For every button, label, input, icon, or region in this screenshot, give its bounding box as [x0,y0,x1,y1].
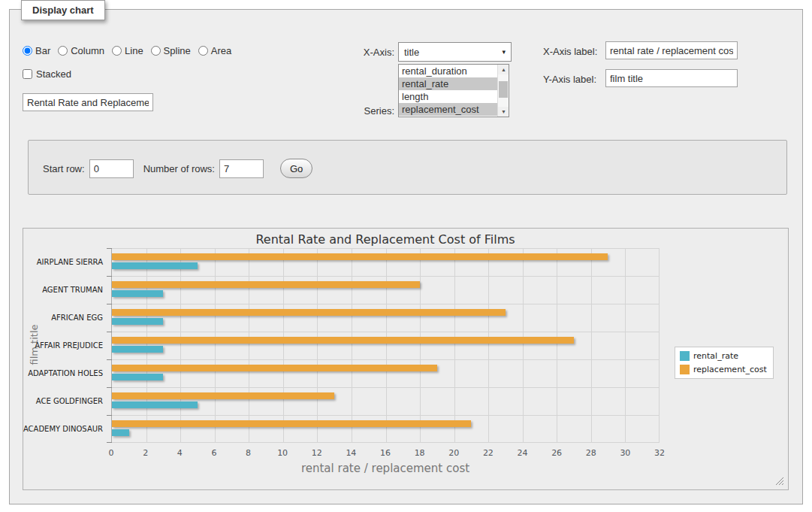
x-tick-label: 6 [211,448,216,458]
series-options: rental_durationrental_ratelengthreplacem… [399,65,497,117]
chart-type-radio-spline[interactable] [151,46,161,56]
y-axis-tick [107,359,112,360]
y-axis-tick [107,415,112,416]
legend-item-replacement_cost[interactable]: replacement_cost [680,365,767,374]
legend-swatch [680,351,690,361]
chart-type-radio-area[interactable] [198,46,208,56]
chart-type-radio-label: Area [211,45,231,56]
category-label: ADAPTATION HOLES [23,359,107,387]
select-dropdown-arrow-icon: ▾ [502,48,506,56]
go-button[interactable]: Go [280,159,312,178]
x-tick-label: 16 [380,448,391,458]
scrollbar-down-icon[interactable]: ▼ [498,107,509,117]
x-tick-label: 26 [551,448,562,458]
category-label: ACADEMY DINOSAUR [23,415,107,443]
rental_rate-bar[interactable] [112,429,129,436]
y-axis-tick [107,332,112,332]
rental_rate-bar[interactable] [112,401,198,408]
chart-type-option-column[interactable]: Column [58,45,104,56]
chart-type-radio-bar[interactable] [23,46,32,56]
bar-group-row [112,415,660,443]
bar-group-row [112,387,660,415]
chart-type-radio-line[interactable] [112,46,122,56]
chart-type-option-bar[interactable]: Bar [23,45,50,56]
chart-title-input[interactable] [23,93,153,111]
bar-group-row [112,276,660,304]
x-tick-label: 18 [415,448,425,458]
x-axis-label-input[interactable] [605,41,738,59]
chart-type-radio-label: Line [125,45,143,56]
series-option-rental_rate[interactable]: rental_rate [399,77,497,90]
replacement_cost-bar[interactable] [112,337,574,344]
chart-title: Rental Rate and Replacement Cost of Film… [111,232,660,247]
bar-group-row [112,304,660,332]
stacked-checkbox-row[interactable]: Stacked [23,68,71,80]
scrollbar-thumb[interactable] [499,81,508,98]
category-label: AFRICAN EGG [23,304,107,332]
x-tick-label: 24 [518,448,528,458]
series-label: Series: [339,105,394,117]
series-option-replacement_cost[interactable]: replacement_cost [399,103,497,116]
x-axis-label-field-label: X-Axis label: [543,46,597,57]
scrollbar-up-icon[interactable]: ▲ [498,65,509,74]
x-axis-selected-value: title [404,47,419,58]
rental_rate-bar[interactable] [112,318,163,325]
y-axis-tick [107,304,112,304]
replacement_cost-bar[interactable] [112,420,471,427]
category-label: AIRPLANE SIERRA [23,248,107,276]
series-multiselect[interactable]: rental_durationrental_ratelengthreplacem… [398,64,509,117]
replacement_cost-bar[interactable] [112,365,437,371]
resize-handle-icon[interactable] [775,477,784,486]
x-tick-label: 32 [654,448,665,458]
start-row-label: Start row: [43,163,85,174]
chart-type-radio-label: Bar [35,45,50,56]
y-axis-label-input[interactable] [605,69,738,87]
bar-group-row [112,359,660,387]
replacement_cost-bar[interactable] [112,392,334,399]
chart-type-option-spline[interactable]: Spline [151,45,191,56]
x-axis-select-label: X-Axis: [340,47,394,58]
x-tick-label: 20 [448,448,459,458]
chart-type-radio-column[interactable] [58,46,68,56]
x-axis-select[interactable]: title ▾ [398,42,512,62]
x-tick-label: 0 [109,448,114,458]
y-axis-tick [107,387,112,388]
number-of-rows-input[interactable] [219,159,264,178]
stacked-label: Stacked [36,68,71,80]
series-option-length[interactable]: length [399,90,497,103]
y-axis-tick [107,248,112,249]
start-row-input[interactable] [89,159,134,178]
rental_rate-bar[interactable] [112,290,163,297]
y-axis-label-field-label: Y-Axis label: [543,74,596,85]
rental_rate-bar[interactable] [112,374,163,380]
legend-item-rental_rate[interactable]: rental_rate [680,351,767,361]
series-scrollbar[interactable]: ▲ ▼ [497,65,509,117]
chart-type-radio-label: Column [71,45,104,56]
replacement_cost-bar[interactable] [112,253,608,260]
y-axis-tick [107,442,112,443]
x-tick-label: 14 [346,448,356,458]
stacked-checkbox[interactable] [23,69,32,79]
x-tick-label: 10 [277,448,288,458]
plot-area [111,248,660,443]
chart-type-option-line[interactable]: Line [112,45,143,56]
x-tick-label: 28 [586,448,596,458]
bar-group-row [112,332,660,359]
replacement_cost-bar[interactable] [112,309,506,316]
x-tick-label: 2 [143,448,148,458]
chart-x-axis-title: rental rate / replacement cost [111,462,660,475]
chart-type-option-area[interactable]: Area [198,45,231,56]
x-axis-tick-labels: 02468101214161820222426283032 [111,448,660,459]
rental_rate-bar[interactable] [112,346,163,353]
chart-type-radio-group: BarColumnLineSplineArea [23,45,231,56]
x-tick-label: 22 [483,448,494,458]
rental_rate-bar[interactable] [112,262,198,269]
x-tick-label: 8 [246,448,251,458]
replacement_cost-bar[interactable] [112,281,420,288]
category-label: AGENT TRUMAN [23,276,107,304]
x-tick-label: 30 [620,448,630,458]
y-axis-tick [107,276,112,277]
series-option-rental_duration[interactable]: rental_duration [399,65,497,77]
legend-label: rental_rate [693,351,738,361]
rows-control-panel: Start row: Number of rows: Go [28,140,787,195]
